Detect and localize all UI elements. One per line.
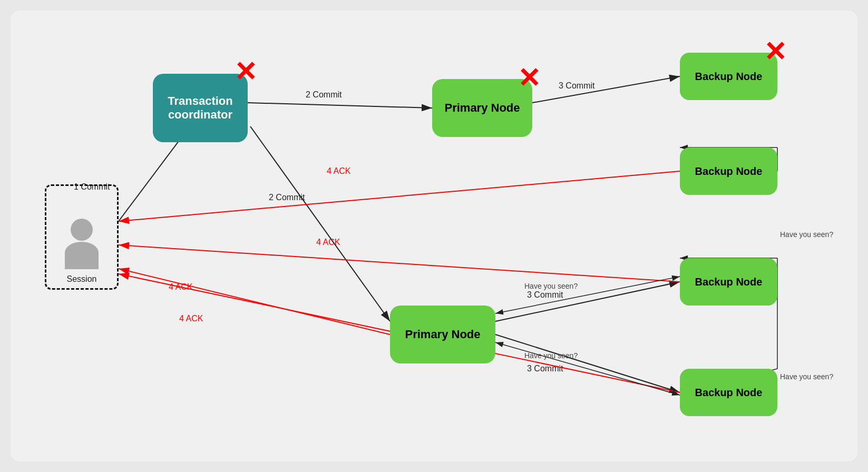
backup-top-label: Backup Node — [695, 71, 763, 83]
arrow-2-commit-bot — [250, 126, 390, 321]
label-have-seen-mid2: Have you seen? — [524, 282, 578, 290]
arrow-3-commit-top — [532, 76, 680, 103]
session-label: Session — [67, 274, 97, 284]
person-body — [65, 242, 99, 269]
label-4-ack-mid2: 4 ACK — [316, 238, 340, 247]
arrow-4-ack-mid2 — [119, 245, 680, 282]
arrow-2-commit-top — [248, 103, 432, 108]
tc-label: Transactioncoordinator — [168, 94, 232, 122]
tc-node: Transactioncoordinator ✕ — [153, 74, 248, 142]
arrow-4-ack-mid1 — [119, 171, 680, 221]
arrow-have-seen-mid2 — [495, 277, 680, 313]
primary-node-top: Primary Node ✕ — [432, 79, 532, 137]
person-icon — [65, 219, 99, 269]
session-box: Session — [45, 184, 119, 290]
label-2-commit-bot: 2 Commit — [269, 193, 305, 202]
label-have-seen-bot: Have you seen? — [524, 351, 578, 360]
label-4-ack-mid1: 4 ACK — [327, 166, 351, 175]
backup-mid2-label: Backup Node — [695, 276, 763, 288]
label-3-commit-mid2: 3 Commit — [527, 290, 563, 299]
primary-top-label: Primary Node — [444, 101, 520, 115]
backup-node-top: Backup Node ✕ — [680, 53, 777, 100]
label-3-commit-bot: 3 Commit — [527, 364, 563, 373]
label-have-seen-right-top: Have you seen? — [780, 230, 833, 239]
label-2-commit-top: 2 Commit — [306, 90, 342, 99]
arrow-3-commit-mid2 — [495, 282, 680, 321]
primary-node-bottom: Primary Node — [390, 306, 495, 363]
backup-node-mid1: Backup Node — [680, 148, 777, 195]
backup-bot-label: Backup Node — [695, 387, 763, 399]
person-head — [71, 219, 93, 241]
backup-node-bot: Backup Node — [680, 369, 777, 416]
primary-bottom-label: Primary Node — [405, 328, 480, 341]
label-3-commit-top: 3 Commit — [559, 81, 595, 90]
arrow-3-commit-bot — [495, 335, 680, 392]
arrow-have-seen-bot — [495, 342, 680, 395]
backup-node-mid2: Backup Node — [680, 258, 777, 306]
diagram-container: 1 Commit 2 Commit 2 Commit 3 Commit 3 Co… — [11, 11, 857, 461]
arrow-4-ack-primary-bot — [119, 269, 390, 335]
backup-mid1-label: Backup Node — [695, 165, 763, 178]
label-have-seen-right-bot: Have you seen? — [780, 372, 833, 381]
label-4-ack-bot: 4 ACK — [179, 314, 203, 323]
